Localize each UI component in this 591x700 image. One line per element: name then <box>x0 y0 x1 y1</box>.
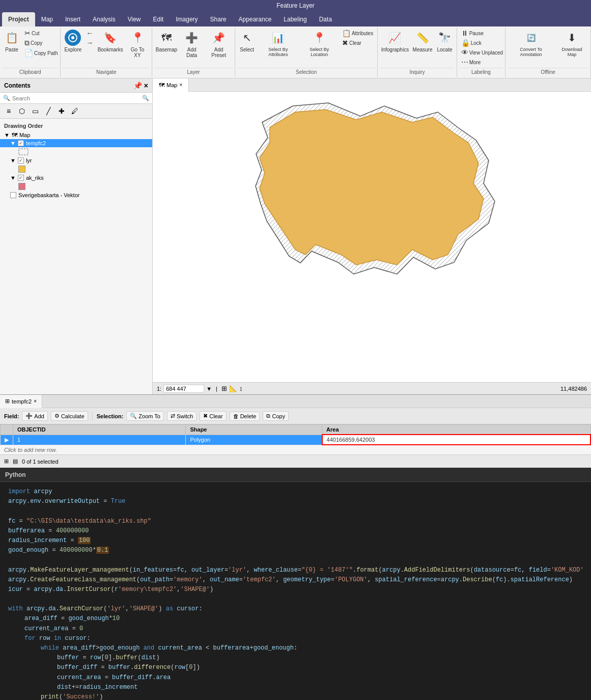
more-button[interactable]: ⋯ More <box>459 58 505 67</box>
clear-button[interactable]: ✖ Clear <box>200 411 226 421</box>
ak-riks-checkbox[interactable] <box>18 175 24 181</box>
infographics-button[interactable]: 📈 Infographics <box>380 29 410 53</box>
select-by-attributes-icon: 📊 <box>270 30 286 46</box>
code-line-16: buffer_diff = buffer.difference(row[0]) <box>8 663 583 672</box>
sidebar: Contents 📌 × 🔍 🔍 ≡ ⬡ ▭ ╱ ✚ 🖊 Drawing Ord… <box>0 78 153 394</box>
inquiry-label: Inquiry <box>380 68 454 76</box>
list-icon[interactable]: ≡ <box>3 105 14 117</box>
convert-annotation-icon: 🔄 <box>523 30 539 46</box>
tree-map[interactable]: ▼ 🗺 Map <box>0 131 152 139</box>
select-by-attributes-button[interactable]: 📊 Select By Attributes <box>258 29 299 58</box>
view-unplaced-button[interactable]: 👁 View Unplaced <box>459 48 505 57</box>
tab-analysis[interactable]: Analysis <box>87 12 122 26</box>
tab-appearance[interactable]: Appearance <box>233 12 278 26</box>
lyr-checkbox[interactable] <box>18 157 24 164</box>
search-bar: 🔍 🔍 <box>0 93 152 104</box>
line-icon[interactable]: ╱ <box>43 105 54 117</box>
attributes-button[interactable]: 📋 Attributes <box>340 29 375 38</box>
zoom-to-button[interactable]: 🔍 Zoom To <box>126 411 164 421</box>
tab-labeling[interactable]: Labeling <box>277 12 313 26</box>
add-preset-button[interactable]: 📌 Add Preset <box>205 29 233 59</box>
search-input[interactable] <box>12 95 140 101</box>
annotation-icon[interactable]: 🖊 <box>69 105 80 117</box>
select-button[interactable]: ↖ Select <box>237 29 257 53</box>
tree-tempfc2[interactable]: ▼ tempfc2 <box>0 139 152 147</box>
switch-button[interactable]: ⇄ Switch <box>167 411 196 421</box>
tab-imagery[interactable]: Imagery <box>170 12 204 26</box>
table-tab-tempfc2[interactable]: ⊞ tempfc2 × <box>0 395 42 408</box>
clear-selection-button[interactable]: ✖ Clear <box>340 38 375 47</box>
tempfc2-checkbox[interactable] <box>18 140 24 146</box>
search-submit-icon[interactable]: 🔍 <box>142 95 149 101</box>
tab-project[interactable]: Project <box>2 12 35 26</box>
col-header-area[interactable]: Area <box>322 425 590 435</box>
tree-tempfc2-symbol <box>0 147 152 156</box>
add-data-button[interactable]: ➕ Add Data <box>180 29 204 59</box>
select-by-location-button[interactable]: 📍 Select By Location <box>300 29 339 58</box>
col-header-shape[interactable]: Shape <box>186 425 322 435</box>
cell-objectid: 1 <box>13 435 186 445</box>
measure-button[interactable]: 📏 Measure <box>411 29 434 53</box>
row-selector[interactable]: ▶ <box>1 435 13 445</box>
lyr-color-box <box>18 166 25 173</box>
layer-icon[interactable]: ⬡ <box>16 105 27 117</box>
table-row[interactable]: ▶ 1 Polygon 440166859.642003 <box>1 435 591 445</box>
download-map-button[interactable]: ⬇ Download Map <box>555 29 588 58</box>
basemap-button[interactable]: 🗺 Basemap <box>154 29 179 53</box>
zoom-to-icon: 🔍 <box>130 413 137 419</box>
table-icon-2: ▤ <box>13 458 18 465</box>
copy-table-icon: ⧉ <box>266 413 270 419</box>
map-tab[interactable]: 🗺 Map × <box>153 78 189 92</box>
tree-sverigebaskarta[interactable]: Sverigebaskarta - Vektor <box>0 191 152 199</box>
add-field-button[interactable]: ➕ Add <box>22 411 48 421</box>
ruler-icon[interactable]: 📐 <box>229 385 237 392</box>
add-data-icon: ➕ <box>184 30 200 46</box>
tab-share[interactable]: Share <box>204 12 233 26</box>
explore-button[interactable]: Explore <box>63 29 83 53</box>
tab-edit[interactable]: Edit <box>147 12 170 26</box>
lock-button[interactable]: 🔒 Lock <box>459 38 505 47</box>
polygon-icon[interactable]: ▭ <box>30 105 41 117</box>
python-code-area[interactable]: import arcpy arcpy.env.overwriteOutput =… <box>0 482 591 700</box>
copy-path-button[interactable]: 📄 Copy Path <box>22 48 60 58</box>
code-line-1: import arcpy <box>8 487 583 497</box>
forward-button[interactable]: → <box>84 38 95 47</box>
scale-dropdown-icon[interactable]: ▼ <box>206 386 212 392</box>
tab-data[interactable]: Data <box>313 12 338 26</box>
calculate-button[interactable]: ⚙ Calculate <box>51 411 88 421</box>
col-header-sort[interactable] <box>1 425 13 435</box>
scale-input[interactable] <box>163 385 204 393</box>
goto-xy-button[interactable]: 📍 Go To XY <box>125 29 150 59</box>
tab-map[interactable]: Map <box>35 12 59 26</box>
close-icon[interactable]: × <box>144 82 148 90</box>
tab-insert[interactable]: Insert <box>59 12 87 26</box>
copy-button[interactable]: ⧉ Copy <box>22 38 60 48</box>
copy-table-button[interactable]: ⧉ Copy <box>263 411 289 421</box>
add-row-hint[interactable]: Click to add new row. <box>0 445 591 454</box>
col-header-objectid[interactable]: OBJECTID <box>13 425 186 435</box>
cut-button[interactable]: ✂ Cut <box>22 29 60 38</box>
paste-button[interactable]: 📋 Paste <box>2 29 21 53</box>
back-button[interactable]: ← <box>84 29 95 38</box>
pause-button[interactable]: ⏸ Pause <box>459 29 505 38</box>
tree-lyr[interactable]: ▼ lyr <box>0 156 152 165</box>
table-panel: ⊞ tempfc2 × Field: ➕ Add ⚙ Calculate Sel… <box>0 394 591 468</box>
sverigebaskarta-checkbox[interactable] <box>10 192 16 198</box>
map-canvas[interactable] <box>153 92 591 382</box>
grid-icon[interactable]: ⊞ <box>221 385 227 392</box>
table-status-bar: ⊞ ▤ 0 of 1 selected <box>0 454 591 468</box>
tree-ak-riks[interactable]: ▼ ak_riks <box>0 174 152 182</box>
locate-button[interactable]: 🔭 Locate <box>435 29 454 53</box>
labeling-group-label: Labeling <box>459 68 503 76</box>
tab-view[interactable]: View <box>122 12 147 26</box>
bookmarks-button[interactable]: 🔖 Bookmarks <box>96 29 124 53</box>
pin-icon[interactable]: 📌 <box>133 82 142 90</box>
cell-area[interactable]: 440166859.642003 <box>322 435 590 445</box>
convert-annotation-button[interactable]: 🔄 Convert To Annotation <box>508 29 554 58</box>
arrow-icon[interactable]: ↕ <box>239 385 243 392</box>
map-tab-close[interactable]: × <box>179 82 182 88</box>
point-icon[interactable]: ✚ <box>56 105 67 117</box>
delete-button[interactable]: 🗑 Delete <box>230 412 260 421</box>
map-tab-bar: 🗺 Map × <box>153 78 591 92</box>
table-tab-close[interactable]: × <box>34 398 37 404</box>
